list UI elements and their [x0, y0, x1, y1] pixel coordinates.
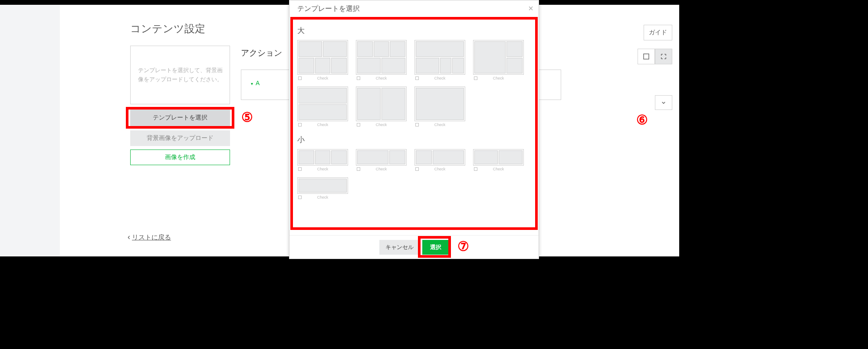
template-meta-label: Check: [317, 123, 329, 127]
checkbox-icon: [415, 167, 419, 171]
cancel-button[interactable]: キャンセル: [379, 240, 420, 255]
template-thumbnail: [414, 149, 465, 166]
template-meta-label: Check: [434, 123, 446, 127]
template-pane: [506, 41, 523, 57]
layout-icon: [643, 53, 650, 60]
checkbox-icon: [298, 167, 302, 171]
upload-background-button[interactable]: 背景画像をアップロード: [130, 130, 230, 146]
template-pane: [474, 41, 506, 73]
template-pane: [416, 88, 464, 120]
template-item[interactable]: Check: [297, 86, 348, 127]
template-item[interactable]: Check: [297, 177, 348, 199]
template-thumbnail: [297, 149, 348, 166]
modal-close-button[interactable]: ×: [528, 4, 533, 13]
checkbox-icon: [298, 196, 302, 199]
back-to-list-link[interactable]: リストに戻る: [128, 233, 171, 242]
checkbox-icon: [415, 123, 419, 126]
template-grid-small: CheckCheckCheckCheckCheck: [297, 149, 531, 199]
modal-title: テンプレートを選択: [297, 4, 360, 13]
guide-button[interactable]: ガイド: [644, 25, 672, 40]
template-grid-large: CheckCheckCheckCheckCheckCheckCheck: [297, 40, 531, 127]
template-thumbnail: [356, 149, 407, 166]
dropdown-toggle[interactable]: [655, 95, 672, 110]
template-pane: [315, 58, 330, 73]
template-preview-placeholder: テンプレートを選択して、背景画像をアップロードしてください。: [130, 46, 230, 104]
create-image-button[interactable]: 画像を作成: [130, 150, 230, 165]
callout-7-label: ⑦: [457, 239, 469, 254]
template-item[interactable]: Check: [414, 86, 465, 127]
template-thumbnail: [414, 86, 465, 121]
template-pane: [433, 150, 464, 164]
view-toggle-left[interactable]: [638, 49, 655, 64]
template-meta-label: Check: [376, 76, 387, 80]
template-meta: Check: [414, 76, 465, 80]
template-item[interactable]: Check: [414, 149, 465, 171]
template-pane: [357, 88, 381, 120]
template-pane: [499, 150, 523, 164]
template-thumbnail: [414, 40, 465, 75]
template-item[interactable]: Check: [473, 40, 524, 80]
template-thumbnail: [356, 40, 407, 75]
template-pane: [331, 150, 347, 164]
template-pane: [452, 58, 464, 73]
select-button[interactable]: 選択: [422, 240, 449, 255]
svg-rect-0: [644, 54, 649, 59]
template-item[interactable]: Check: [473, 149, 524, 171]
checkbox-icon: [474, 76, 477, 80]
template-item[interactable]: Check: [297, 149, 348, 171]
checkbox-icon: [474, 167, 477, 171]
view-toggle-fullscreen[interactable]: [655, 49, 672, 64]
template-thumbnail: [356, 86, 407, 121]
template-thumbnail: [297, 86, 348, 121]
template-meta-label: Check: [493, 167, 504, 171]
template-pane: [357, 150, 388, 164]
template-pane: [390, 41, 405, 57]
template-pane: [357, 41, 373, 57]
template-item[interactable]: Check: [297, 40, 348, 80]
template-meta-label: Check: [317, 76, 329, 80]
template-pane: [381, 58, 405, 73]
left-sidebar-blank: [0, 5, 60, 256]
checkbox-icon: [357, 76, 360, 80]
template-meta-label: Check: [317, 195, 329, 199]
template-pane: [323, 41, 347, 57]
template-meta: Check: [473, 76, 524, 80]
template-pane: [315, 150, 330, 164]
content-settings-heading: コンテンツ設定: [130, 22, 205, 36]
template-pane: [299, 41, 322, 57]
template-pane: [416, 41, 464, 57]
template-meta: Check: [414, 167, 465, 171]
template-preview-text: テンプレートを選択して、背景画像をアップロードしてください。: [138, 66, 223, 84]
template-meta: Check: [297, 76, 348, 80]
template-item[interactable]: Check: [356, 40, 407, 80]
expand-icon: [660, 53, 667, 60]
checkbox-icon: [357, 167, 360, 171]
category-large-label: 大: [297, 26, 531, 36]
template-thumbnail: [297, 177, 348, 194]
template-item[interactable]: Check: [356, 149, 407, 171]
template-thumbnail: [473, 40, 524, 75]
template-pane: [374, 41, 389, 57]
select-template-modal: テンプレートを選択 × 大 CheckCheckCheckCheckCheckC…: [289, 0, 539, 259]
view-toggle-group: [638, 49, 672, 64]
template-pane: [416, 58, 439, 73]
template-meta: Check: [356, 167, 407, 171]
chevron-down-icon: [660, 99, 667, 106]
template-meta: Check: [473, 167, 524, 171]
template-item[interactable]: Check: [414, 40, 465, 80]
template-item[interactable]: Check: [356, 86, 407, 127]
select-template-button[interactable]: テンプレートを選択: [130, 110, 230, 126]
checkbox-icon: [298, 76, 302, 80]
action-item-a[interactable]: A: [251, 80, 260, 86]
template-meta-label: Check: [434, 76, 446, 80]
template-meta-label: Check: [434, 167, 446, 171]
checkbox-icon: [415, 76, 419, 80]
template-pane: [299, 179, 347, 193]
callout-6-label: ⑥: [636, 112, 648, 127]
template-meta: Check: [356, 123, 407, 127]
close-icon: ×: [528, 3, 533, 13]
modal-footer: キャンセル 選択: [289, 235, 539, 259]
action-section-label: アクション: [241, 47, 282, 59]
template-meta-label: Check: [376, 123, 387, 127]
template-pane: [299, 104, 347, 120]
